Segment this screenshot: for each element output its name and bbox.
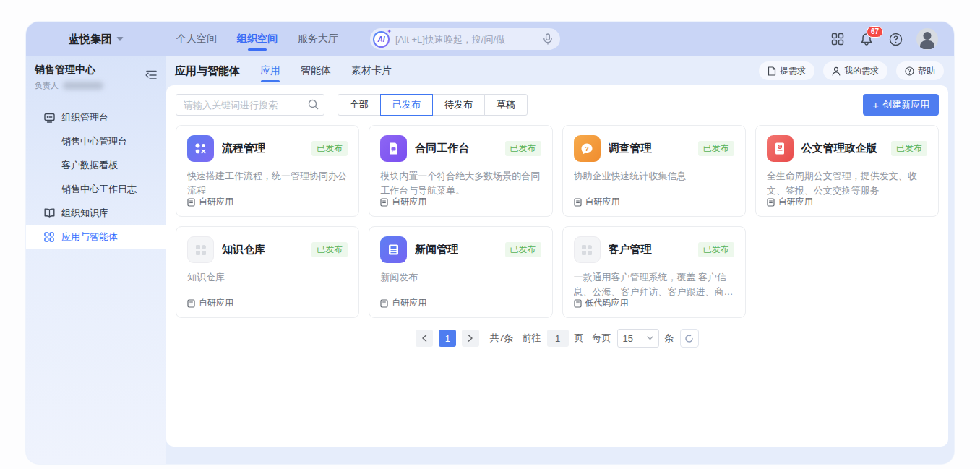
sidebar-item-label: 应用与智能体 [61, 231, 118, 244]
page-tabs: 应用 智能体 素材卡片 [260, 56, 392, 85]
ai-search-bar[interactable]: AI ✦ [370, 28, 560, 50]
prev-page-button[interactable] [416, 330, 433, 347]
sidebar-item-work-log[interactable]: 销售中心工作日志 [26, 177, 166, 201]
owner-name-redacted [63, 82, 103, 90]
apps-grid-icon[interactable] [830, 31, 846, 47]
search-icon[interactable] [308, 99, 319, 110]
topbar-right: 67 [830, 28, 954, 50]
doc-type-icon [767, 198, 775, 207]
gov-doc-app-icon [767, 135, 794, 162]
user-icon [832, 66, 841, 76]
status-badge: 已发布 [311, 141, 348, 156]
book-icon [43, 208, 55, 218]
app-title: 合同工作台 [415, 142, 469, 155]
status-badge: 已发布 [698, 242, 734, 257]
bell-icon[interactable]: 67 [859, 31, 874, 47]
tab-agents[interactable]: 智能体 [301, 56, 331, 85]
sidebar-item-org-console[interactable]: 组织管理台 [26, 106, 166, 129]
header-actions: 提需求 我的需求 帮助 [759, 61, 944, 80]
company-name: 蓝悦集团 [69, 33, 112, 46]
chevron-down-icon [116, 37, 124, 41]
doc-type-icon [574, 299, 582, 308]
contract-app-icon [380, 135, 407, 162]
filter-draft[interactable]: 草稿 [484, 94, 528, 116]
filter-published[interactable]: 已发布 [380, 94, 433, 116]
tab-material-cards[interactable]: 素材卡片 [351, 56, 392, 85]
app-type: 自研应用 [380, 196, 541, 208]
sidebar-item-apps-agents[interactable]: 应用与智能体 [26, 225, 166, 249]
app-card[interactable]: ? 调查管理 已发布 协助企业快速统计收集信息 自研应用 [562, 125, 746, 217]
main-area: 应用与智能体 应用 智能体 素材卡片 提需求 我的需求 [166, 56, 954, 464]
app-description: 一款通用客户管理系统，覆盖 客户信息、公海、客户拜访、客户跟进、商机管理，报..… [574, 270, 734, 297]
owner-label: 负责人 [35, 80, 59, 91]
placeholder-app-icon [574, 236, 601, 263]
next-page-button[interactable] [462, 330, 479, 347]
tab-apps[interactable]: 应用 [260, 56, 280, 85]
sidebar-item-knowledge-base[interactable]: 组织知识库 [26, 201, 166, 225]
help-button[interactable]: 帮助 [896, 61, 944, 80]
nav-service-hall[interactable]: 服务大厅 [298, 23, 338, 55]
app-card[interactable]: 新闻管理 已发布 新闻发布 自研应用 [369, 226, 552, 318]
total-count: 共7条 [489, 332, 513, 345]
goto-label: 前往 [523, 332, 541, 345]
app-body: 销售管理中心 负责人 组织管理台 [26, 56, 954, 464]
status-badge: 已发布 [505, 242, 541, 257]
workspace-owner: 负责人 [35, 80, 158, 91]
help-icon[interactable] [887, 31, 903, 47]
per-page-select[interactable]: 15 [617, 329, 659, 348]
toolbar: 全部 已发布 待发布 草稿 + 创建新应用 [176, 94, 939, 116]
chevron-left-icon [421, 335, 427, 342]
app-title: 新闻管理 [415, 243, 458, 257]
nav-personal-space[interactable]: 个人空间 [176, 23, 217, 55]
content-panel: 全部 已发布 待发布 草稿 + 创建新应用 [166, 85, 948, 447]
app-description: 快速搭建工作流程，统一管理协同办公流程 [187, 169, 348, 196]
app-card[interactable]: 客户管理 已发布 一款通用客户管理系统，覆盖 客户信息、公海、客户拜访、客户跟进… [562, 226, 746, 318]
plus-icon: + [872, 100, 879, 111]
main-header: 应用与智能体 应用 智能体 素材卡片 提需求 我的需求 [166, 56, 954, 85]
keyword-search-input[interactable] [176, 94, 324, 116]
goto-page-input[interactable] [547, 330, 569, 347]
filter-pending[interactable]: 待发布 [432, 94, 485, 116]
user-avatar[interactable] [916, 28, 938, 50]
create-app-button[interactable]: + 创建新应用 [863, 94, 939, 116]
sidebar-item-sales-console[interactable]: 销售中心管理台 [26, 129, 166, 153]
sidebar-header: 销售管理中心 负责人 [26, 62, 166, 98]
app-card[interactable]: 流程管理 已发布 快速搭建工作流程，统一管理协同办公流程 自研应用 [176, 125, 359, 217]
submit-request-button[interactable]: 提需求 [759, 61, 814, 80]
status-badge: 已发布 [698, 141, 734, 156]
sidebar-collapse-icon[interactable] [145, 69, 158, 80]
app-title: 公文管理政企版 [801, 142, 877, 155]
status-badge: 已发布 [891, 141, 927, 156]
ai-search-input[interactable] [395, 34, 537, 45]
news-app-icon [380, 236, 407, 263]
console-icon [43, 113, 55, 123]
company-switcher[interactable]: 蓝悦集团 [26, 33, 166, 46]
page-number-button[interactable]: 1 [439, 330, 456, 347]
doc-type-icon [187, 198, 195, 207]
app-card[interactable]: 公文管理政企版 已发布 全生命周期公文管理，提供发文、收文、签报、公文交换等服务… [755, 125, 939, 217]
nav-org-space[interactable]: 组织空间 [237, 23, 278, 55]
svg-text:?: ? [585, 145, 589, 152]
notification-badge: 67 [867, 26, 883, 38]
survey-app-icon: ? [574, 135, 601, 162]
sidebar: 销售管理中心 负责人 组织管理台 [26, 56, 166, 464]
app-type: 低代码应用 [574, 297, 734, 309]
apps-icon [43, 232, 55, 242]
sidebar-item-label: 组织管理台 [61, 111, 108, 124]
sidebar-item-label: 销售中心管理台 [61, 135, 127, 148]
my-requests-button[interactable]: 我的需求 [823, 61, 887, 80]
app-card[interactable]: 合同工作台 已发布 模块内置一个符合绝大多数场景的合同工作台与导航菜单。 自研应… [369, 125, 552, 217]
status-badge: 已发布 [311, 242, 348, 257]
filter-all[interactable]: 全部 [338, 94, 381, 116]
sidebar-item-customer-dashboard[interactable]: 客户数据看板 [26, 153, 166, 177]
keyword-search [176, 94, 324, 116]
microphone-icon[interactable] [543, 33, 553, 45]
refresh-button[interactable] [680, 329, 699, 348]
unit-label: 条 [665, 332, 674, 345]
flow-app-icon [187, 135, 214, 162]
doc-type-icon [187, 299, 195, 308]
doc-type-icon [574, 198, 582, 207]
app-card[interactable]: 知识仓库 已发布 知识仓库 自研应用 [176, 226, 359, 318]
app-description: 协助企业快速统计收集信息 [574, 169, 734, 196]
app-type: 自研应用 [187, 297, 348, 309]
